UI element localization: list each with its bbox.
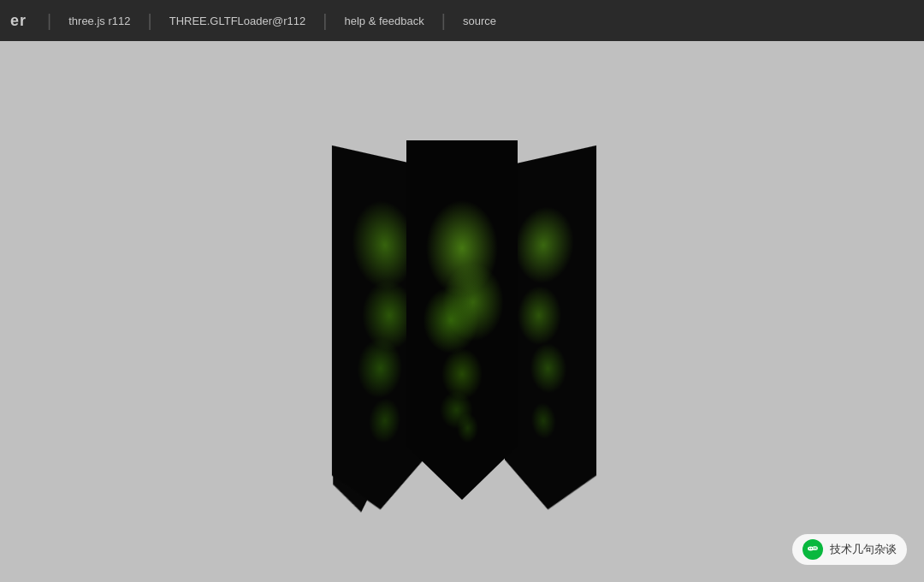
3d-model-container: [317, 123, 607, 500]
divider-3: |: [316, 11, 334, 31]
app-brand: er: [10, 12, 40, 30]
svg-point-4: [811, 548, 812, 549]
svg-point-6: [815, 548, 816, 549]
panel-center: [406, 140, 518, 500]
nav-link-help[interactable]: help & feedback: [335, 15, 435, 27]
divider-2: |: [140, 11, 158, 31]
panel-right-tree-texture: [505, 146, 596, 520]
panel-right: [505, 146, 596, 520]
svg-point-2: [812, 546, 818, 550]
panel-group: [317, 123, 607, 500]
navbar: er | three.js r112 | THREE.GLTFLoader@r1…: [0, 0, 924, 41]
nav-link-gltfloader[interactable]: THREE.GLTFLoader@r112: [159, 15, 317, 27]
nav-link-source[interactable]: source: [453, 15, 506, 27]
watermark-text: 技术几句杂谈: [830, 542, 897, 557]
svg-point-5: [814, 548, 814, 549]
canvas-area[interactable]: 技术几句杂谈: [0, 41, 924, 582]
watermark-icon: [803, 539, 823, 560]
nav-link-threejs[interactable]: three.js r112: [58, 15, 140, 27]
panel-center-tree-texture: [406, 140, 518, 500]
divider-1: |: [40, 11, 58, 31]
divider-4: |: [435, 11, 453, 31]
svg-point-3: [809, 548, 810, 549]
watermark: 技术几句杂谈: [792, 534, 907, 565]
